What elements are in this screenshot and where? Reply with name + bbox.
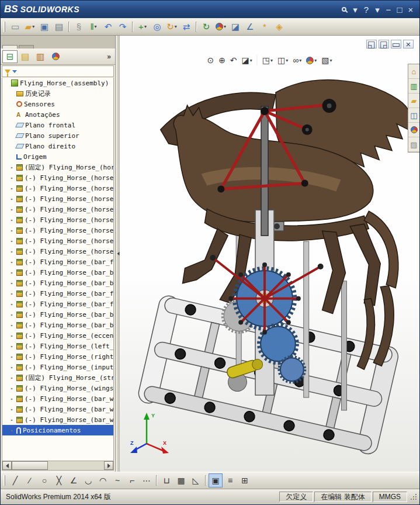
- expand-arrow-icon[interactable]: ▸: [9, 333, 15, 338]
- doc-minimize-icon[interactable]: ▭: [391, 40, 401, 49]
- tree-item[interactable]: ▸ (固定) Flying_Horse_(struc: [2, 372, 113, 383]
- sketch-tool-button[interactable]: [156, 475, 157, 486]
- expand-arrow-icon[interactable]: ▸: [9, 260, 15, 265]
- toolbar-button[interactable]: [132, 22, 133, 32]
- expand-arrow-icon[interactable]: ▸: [9, 291, 15, 296]
- toolbar-grip[interactable]: [4, 475, 5, 486]
- scrollbar-track[interactable]: [12, 461, 104, 470]
- tree-item[interactable]: Plano frontal: [2, 120, 113, 130]
- active-view-mode-button[interactable]: ▣: [209, 473, 223, 487]
- tree-filter-bar[interactable]: [2, 65, 114, 77]
- spline-tool[interactable]: ~: [110, 473, 124, 487]
- list-mode-button[interactable]: ≡: [223, 473, 237, 487]
- expand-arrow-icon[interactable]: ▸: [9, 396, 15, 402]
- grid-tool[interactable]: ▦: [174, 473, 188, 487]
- tree-item[interactable]: ▸ (-) Flying_Horse_(bar_back: [2, 320, 113, 330]
- scroll-left-button[interactable]: [2, 461, 12, 470]
- save-button[interactable]: ▣: [37, 20, 51, 34]
- expand-arrow-icon[interactable]: ▸: [9, 196, 15, 202]
- open-button[interactable]: ▰: [23, 20, 37, 34]
- scrollbar-thumb[interactable]: [12, 461, 48, 470]
- app-minimize-icon[interactable]: −: [384, 5, 393, 14]
- menu-help[interactable]: [151, 6, 160, 12]
- tree-item[interactable]: ▸ (-) Flying_Horse_(horse_ba: [2, 246, 113, 257]
- hud-button[interactable]: [257, 55, 258, 65]
- annotation-button[interactable]: ◈: [272, 20, 286, 34]
- zoom-area-button[interactable]: ⊕: [217, 56, 227, 65]
- featuremanager-tab[interactable]: ⊟: [2, 50, 18, 63]
- point-tool[interactable]: ╳: [52, 473, 66, 487]
- view-palette-tab[interactable]: ◫: [408, 108, 419, 123]
- measure-button[interactable]: ∠: [243, 20, 257, 34]
- doc-close-icon[interactable]: ×: [403, 40, 414, 49]
- centerline-tool[interactable]: ∕: [23, 473, 37, 487]
- menu-window[interactable]: [141, 6, 151, 12]
- tree-item[interactable]: ▸ (-) Flying_Horse_(eccentri: [2, 330, 113, 341]
- menu-view[interactable]: [104, 6, 113, 12]
- appearances-tab[interactable]: [408, 123, 419, 137]
- tree-item[interactable]: ▸ (-) Flying_Horse_(left_wir: [2, 341, 113, 351]
- menu-file[interactable]: [85, 6, 95, 12]
- expand-arrow-icon[interactable]: ▸: [9, 302, 15, 307]
- resources-tab[interactable]: ⌂: [408, 64, 419, 79]
- expand-arrow-icon[interactable]: ▸: [9, 228, 15, 233]
- expand-arrow-icon[interactable]: ▸: [9, 175, 15, 181]
- toolbar-button[interactable]: [68, 22, 70, 32]
- exploded-view-button[interactable]: *: [258, 20, 272, 34]
- expand-arrow-icon[interactable]: ▸: [9, 323, 15, 328]
- displaymanager-tab[interactable]: [48, 50, 63, 63]
- expand-arrow-icon[interactable]: ▸: [9, 312, 15, 317]
- tangent-arc-tool[interactable]: ◠: [96, 473, 110, 487]
- custom-properties-tab[interactable]: ▨: [408, 137, 419, 152]
- doc-restore-icon[interactable]: ◱: [366, 40, 377, 49]
- more-tools-button[interactable]: ⋯: [140, 473, 154, 487]
- print-button[interactable]: ▤: [52, 20, 66, 34]
- snap-tool[interactable]: ◺: [189, 473, 203, 487]
- expand-arrow-icon[interactable]: ▸: [9, 407, 15, 412]
- tree-item[interactable]: ▸ (-) Flying_Horse_(bar_back: [2, 267, 113, 278]
- expand-arrow-icon[interactable]: ▸: [9, 344, 15, 349]
- expand-arrow-icon[interactable]: ▸: [9, 365, 15, 370]
- previous-view-button[interactable]: ↶: [228, 56, 239, 65]
- appearance-button[interactable]: [304, 56, 318, 65]
- tree-item[interactable]: ▸ (-) Flying_Horse_(horse_fr: [2, 193, 113, 204]
- tree-item[interactable]: ▸ Posicionamentos: [2, 425, 113, 435]
- scene-button[interactable]: ▧: [320, 56, 334, 65]
- edit-component-button[interactable]: ‖: [86, 20, 100, 34]
- expand-arrow-icon[interactable]: ▸: [9, 186, 15, 191]
- tree-item[interactable]: ▸ (-) Flying_Horse_(bar_wing: [2, 393, 113, 404]
- sketch-tool-button[interactable]: [205, 475, 206, 486]
- tree-item[interactable]: ▸ (-) Flying_Horse_(horse_ba: [2, 236, 113, 246]
- scroll-right-button[interactable]: [104, 461, 113, 470]
- tree-item[interactable]: Flying_Horse_(assembly) (Val: [2, 78, 113, 88]
- hide-show-button[interactable]: ∞: [291, 56, 303, 65]
- move-component-button[interactable]: ⇄: [179, 20, 193, 34]
- doc-cascade-icon[interactable]: ◲: [379, 40, 389, 49]
- tree-item[interactable]: ▸ (-) Flying_Horse_(bar_wing: [2, 404, 113, 414]
- menu-tools[interactable]: [123, 6, 132, 12]
- table-mode-button[interactable]: ⊞: [238, 473, 252, 487]
- expand-arrow-icon[interactable]: ▸: [9, 417, 15, 423]
- 3d-model-canvas[interactable]: [120, 36, 419, 472]
- window-resize-grip[interactable]: [409, 493, 418, 501]
- redo-button[interactable]: ↷: [116, 20, 130, 34]
- search-icon[interactable]: [340, 5, 348, 14]
- circle-tool[interactable]: ○: [37, 473, 51, 487]
- configurationmanager-tab[interactable]: ▥: [33, 50, 48, 63]
- attach-button[interactable]: §: [72, 20, 86, 34]
- section-view-button[interactable]: ◪: [228, 20, 242, 34]
- angle-tool[interactable]: ∠: [67, 473, 81, 487]
- tree-item[interactable]: ▸ (固定) Flying_Horse_(horse: [2, 162, 113, 172]
- display-style-button[interactable]: ◫: [276, 56, 290, 65]
- rotate-component-button[interactable]: ↻: [165, 20, 179, 34]
- toolbar-grip[interactable]: [4, 22, 5, 32]
- expand-arrow-icon[interactable]: ▸: [9, 238, 15, 244]
- tree-item[interactable]: ▸ (-) Flying_Horse_(horse_fr: [2, 183, 113, 193]
- view-orientation-button[interactable]: ◳: [261, 56, 275, 65]
- app-maximize-icon[interactable]: □: [395, 5, 404, 14]
- tree-item[interactable]: 历史记录: [2, 88, 113, 99]
- tree-item[interactable]: ▸ (-) Flying_Horse_(horse_ba: [2, 225, 113, 236]
- arc-tool[interactable]: ◡: [81, 473, 95, 487]
- tree-item[interactable]: ▸ (-) Flying_Horse_(right_wi: [2, 351, 113, 362]
- expand-arrow-icon[interactable]: ▸: [9, 354, 15, 359]
